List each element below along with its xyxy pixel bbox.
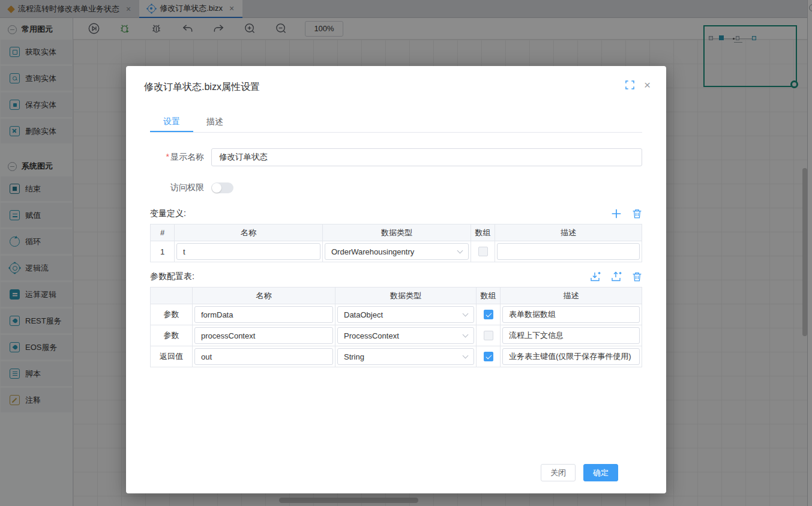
param-name-input[interactable]	[194, 327, 333, 344]
maximize-icon[interactable]	[625, 80, 634, 89]
array-checkbox[interactable]	[478, 247, 488, 256]
column-header: 名称	[175, 224, 323, 241]
import-params-icon[interactable]	[590, 271, 601, 282]
column-header: 名称	[193, 288, 335, 304]
column-header: #	[151, 224, 175, 241]
array-checkbox[interactable]	[484, 310, 493, 319]
variables-section-header: 变量定义:	[150, 208, 642, 219]
variables-table: # 名称 数据类型 数组 描述 1 OrderWarehousingentry	[150, 224, 642, 262]
selected-type: ProcessContext	[344, 331, 399, 340]
properties-dialog: 修改订单状态.bizx属性设置 × 设置 描述 *显示名称 访问权限 变量定义:	[126, 66, 666, 493]
param-kind: 参数	[151, 304, 193, 325]
variable-desc-input[interactable]	[497, 243, 640, 260]
selected-type: OrderWarehousingentry	[331, 247, 414, 256]
dialog-body: *显示名称 访问权限 变量定义: # 名称 数据类型 数组 描述 1	[126, 133, 666, 493]
delete-variable-icon[interactable]	[632, 208, 642, 219]
delete-params-icon[interactable]	[632, 271, 642, 282]
params-section-header: 参数配置表:	[150, 271, 642, 282]
column-header: 数据类型	[323, 224, 471, 241]
chevron-down-icon	[463, 332, 469, 338]
column-header: 数据类型	[335, 288, 477, 304]
add-variable-icon[interactable]	[611, 208, 622, 219]
variable-name-input[interactable]	[176, 243, 320, 260]
dialog-header: 修改订单状态.bizx属性设置 ×	[126, 66, 666, 94]
params-title: 参数配置表:	[150, 271, 194, 282]
array-checkbox[interactable]	[484, 352, 493, 361]
column-header: 数组	[471, 224, 495, 241]
column-header	[151, 288, 193, 304]
close-button[interactable]: 关闭	[541, 464, 576, 481]
selected-type: String	[344, 352, 364, 361]
dialog-tabs: 设置 描述	[150, 115, 642, 133]
param-type-select[interactable]: ProcessContext	[337, 327, 474, 344]
param-type-select[interactable]: String	[337, 348, 474, 365]
dialog-title: 修改订单状态.bizx属性设置	[144, 81, 648, 94]
display-name-row: *显示名称	[150, 148, 642, 166]
toggle-knob	[212, 183, 221, 193]
required-mark: *	[166, 152, 169, 161]
param-desc-input[interactable]	[502, 348, 640, 365]
param-kind: 参数	[151, 325, 193, 346]
param-type-select[interactable]: DataObject	[337, 306, 474, 323]
variables-title: 变量定义:	[150, 208, 186, 219]
array-checkbox[interactable]	[484, 331, 493, 340]
tab-description[interactable]: 描述	[193, 115, 236, 132]
row-index: 1	[151, 241, 175, 262]
param-desc-input[interactable]	[502, 327, 640, 344]
display-name-label: *显示名称	[150, 152, 204, 163]
access-toggle[interactable]	[211, 182, 233, 193]
close-icon[interactable]: ×	[644, 79, 651, 91]
variable-type-select[interactable]: OrderWarehousingentry	[325, 243, 469, 260]
tab-settings[interactable]: 设置	[150, 115, 193, 132]
export-params-icon[interactable]	[611, 271, 622, 282]
param-desc-input[interactable]	[502, 306, 640, 323]
chevron-down-icon	[463, 353, 469, 359]
column-header: 描述	[501, 288, 642, 304]
params-table: 名称 数据类型 数组 描述 参数 DataObject 参数 ProcessCo…	[150, 287, 642, 367]
param-name-input[interactable]	[194, 306, 333, 323]
param-name-input[interactable]	[194, 348, 333, 365]
access-label: 访问权限	[150, 182, 204, 193]
param-kind: 返回值	[151, 346, 193, 367]
access-row: 访问权限	[150, 182, 642, 193]
column-header: 数组	[477, 288, 501, 304]
column-header: 描述	[495, 224, 642, 241]
chevron-down-icon	[457, 248, 463, 254]
selected-type: DataObject	[344, 310, 383, 319]
chevron-down-icon	[463, 311, 469, 317]
dialog-footer: 关闭 确定	[150, 464, 642, 493]
confirm-button[interactable]: 确定	[583, 464, 618, 481]
display-name-input[interactable]	[211, 148, 642, 166]
